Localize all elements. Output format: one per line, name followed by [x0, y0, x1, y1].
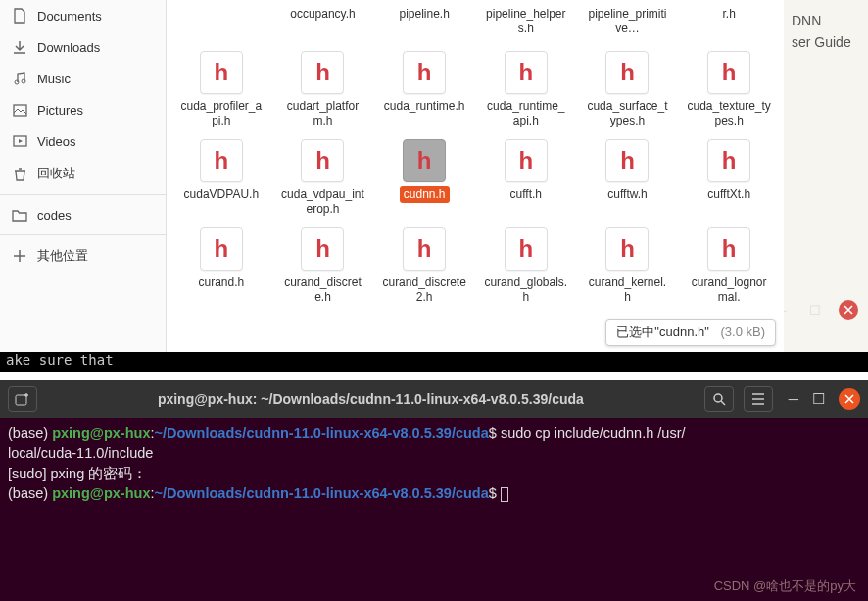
file-name: curand.h: [194, 275, 248, 291]
sidebar-item-documents[interactable]: Documents: [0, 0, 166, 31]
files-pane[interactable]: occupancy.hpipeline.hpipeline_helpers.hp…: [167, 0, 784, 352]
file-item[interactable]: hcurand.h: [172, 225, 270, 308]
file-item[interactable]: hcurand_discrete.h: [274, 225, 372, 308]
maximize-icon[interactable]: ☐: [805, 300, 825, 320]
file-item[interactable]: occupancy.h: [274, 4, 372, 39]
header-file-icon: h: [707, 51, 750, 94]
terminal-body[interactable]: (base) pxing@px-hux:~/Downloads/cudnn-11…: [0, 418, 868, 601]
file-item[interactable]: hcufftw.h: [579, 137, 677, 220]
file-name: cuda_runtime_api.h: [480, 98, 572, 129]
file-name: occupancy.h: [286, 6, 360, 23]
file-item[interactable]: pipeline_helpers.h: [477, 4, 575, 39]
header-file-icon: h: [707, 227, 750, 271]
status-size: (3.0 kB): [720, 325, 765, 339]
file-item[interactable]: hcurand_globals.h: [477, 225, 575, 308]
sidebar-label: codes: [37, 208, 72, 223]
file-item[interactable]: hcudnn.h: [375, 137, 473, 220]
header-file-icon: h: [707, 139, 750, 182]
file-name: curand_globals.h: [480, 275, 572, 306]
file-item[interactable]: hcuda_surface_types.h: [579, 49, 677, 131]
maximize-icon[interactable]: ☐: [812, 391, 825, 407]
sidebar-item-other-locations[interactable]: 其他位置: [0, 239, 166, 273]
header-file-icon: h: [605, 139, 649, 182]
svg-point-5: [714, 394, 722, 402]
new-tab-button[interactable]: [8, 386, 37, 412]
file-name: cuda_vdpau_interop.h: [276, 186, 368, 218]
file-name: cufftw.h: [603, 186, 651, 203]
hamburger-menu-button[interactable]: [744, 386, 773, 412]
sidebar-item-codes[interactable]: codes: [0, 199, 166, 230]
header-file-icon: h: [403, 227, 446, 271]
sidebar-item-pictures[interactable]: Pictures: [0, 94, 166, 125]
file-item[interactable]: hcufft.h: [477, 137, 575, 220]
sidebar-label: Downloads: [37, 40, 100, 55]
file-item[interactable]: r.h: [680, 4, 778, 39]
divider: [0, 234, 166, 235]
header-file-icon: h: [301, 51, 344, 94]
header-file-icon: h: [505, 139, 548, 182]
file-item[interactable]: hcuda_profiler_api.h: [172, 49, 270, 131]
file-name: cuda_runtime.h: [380, 98, 469, 115]
file-name: cufftXt.h: [703, 186, 754, 203]
sidebar-label: Documents: [37, 9, 102, 24]
terminal-window: pxing@px-hux: ~/Downloads/cudnn-11.0-lin…: [0, 380, 868, 601]
header-file-icon: h: [301, 139, 344, 182]
header-file-icon: h: [605, 227, 649, 271]
background-terminal-line: ake sure that: [0, 352, 868, 372]
file-manager-window: DocumentsDownloadsMusicPicturesVideos回收站…: [0, 0, 784, 352]
sidebar-item-回收站[interactable]: 回收站: [0, 157, 166, 190]
header-file-icon: h: [605, 51, 649, 94]
file-name: cuda_profiler_api.h: [175, 98, 267, 129]
file-item[interactable]: pipeline_primitive…: [579, 4, 677, 39]
close-icon[interactable]: [839, 300, 858, 320]
file-name: curand_kernel.h: [581, 275, 673, 306]
file-name: cuda_texture_types.h: [683, 98, 775, 129]
status-text: 已选中"cudnn.h": [616, 325, 709, 339]
file-item[interactable]: hcurand_lognormal.: [680, 225, 778, 308]
header-file-icon: h: [200, 51, 243, 94]
bg-line: DNN: [792, 10, 860, 31]
divider: [0, 194, 166, 195]
close-icon[interactable]: [839, 388, 860, 410]
sidebar-item-downloads[interactable]: Downloads: [0, 31, 166, 63]
svg-rect-4: [16, 395, 26, 405]
file-item[interactable]: hcudaVDPAU.h: [172, 137, 270, 220]
documents-icon: [12, 8, 27, 24]
file-item[interactable]: hcuda_runtime_api.h: [477, 49, 575, 131]
file-name: cufft.h: [506, 186, 546, 203]
plus-icon: [12, 248, 27, 264]
file-item[interactable]: hcuda_runtime.h: [375, 49, 473, 131]
sidebar-item-music[interactable]: Music: [0, 63, 166, 94]
file-item[interactable]: hcuda_texture_types.h: [680, 49, 778, 131]
search-button[interactable]: [704, 386, 734, 412]
pictures-icon: [12, 102, 27, 118]
file-item[interactable]: hcuda_vdpau_interop.h: [274, 137, 372, 220]
file-name: r.h: [718, 6, 739, 23]
downloads-icon: [12, 39, 27, 55]
sidebar-label: 回收站: [37, 165, 75, 182]
bg-window-controls: ─ ☐: [772, 300, 858, 320]
file-item[interactable]: hcurand_kernel.h: [579, 225, 677, 308]
file-item[interactable]: pipeline.h: [375, 4, 473, 39]
sidebar-label: Pictures: [37, 103, 83, 118]
music-icon: [12, 71, 27, 86]
file-name: curand_lognormal.: [683, 275, 775, 306]
header-file-icon: h: [403, 51, 446, 94]
bg-line: ser Guide: [792, 31, 860, 53]
sidebar-item-videos[interactable]: Videos: [0, 125, 166, 157]
header-file-icon: h: [505, 227, 548, 271]
header-file-icon: h: [200, 227, 243, 271]
file-name: curand_discrete.h: [276, 275, 368, 306]
terminal-window-controls: ─ ☐: [789, 388, 860, 410]
file-item[interactable]: hcufftXt.h: [680, 137, 778, 220]
file-item[interactable]: hcurand_discrete2.h: [375, 225, 473, 308]
sidebar-label: Music: [37, 72, 71, 86]
watermark: CSDN @啥也不是的py大: [714, 577, 856, 595]
file-name: pipeline.h: [395, 6, 453, 23]
minimize-icon[interactable]: ─: [789, 391, 798, 407]
header-file-icon: h: [301, 227, 344, 271]
file-name: cudnn.h: [400, 186, 450, 203]
sidebar-label: 其他位置: [37, 247, 88, 265]
file-item[interactable]: hcudart_platform.h: [274, 49, 372, 131]
file-name: curand_discrete2.h: [378, 275, 470, 306]
